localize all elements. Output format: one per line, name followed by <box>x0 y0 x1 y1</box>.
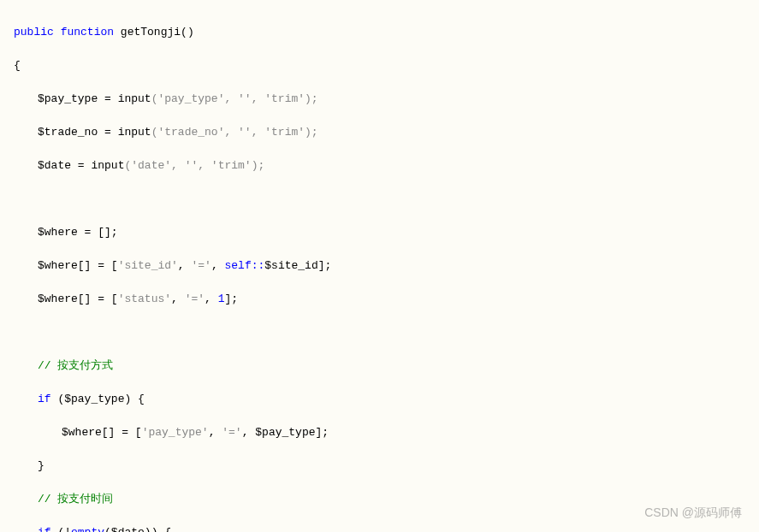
code-line: if ($pay_type) { <box>14 391 745 408</box>
code-line: { <box>14 57 745 74</box>
code-line: $date = input('date', '', 'trim'); <box>14 157 745 174</box>
watermark-text: CSDN @源码师傅 <box>644 504 742 522</box>
code-line: // 按支付时间 <box>14 491 745 508</box>
code-line: $where[] = ['pay_type', '=', $pay_type]; <box>14 424 745 441</box>
code-line: $where[] = ['status', '=', 1]; <box>14 291 745 308</box>
code-line: public function getTongji() <box>14 24 745 41</box>
code-line: $trade_no = input('trade_no', '', 'trim'… <box>14 124 745 141</box>
code-line: $where[] = ['site_id', '=', self::$site_… <box>14 257 745 275</box>
code-line: if (!empty($date)) { <box>14 524 745 533</box>
code-line: $where = []; <box>14 224 745 241</box>
code-line: // 按支付方式 <box>14 358 745 375</box>
code-line: } <box>14 458 745 475</box>
code-block: public function getTongji() { $pay_type … <box>14 7 745 532</box>
code-line: $pay_type = input('pay_type', '', 'trim'… <box>14 91 745 108</box>
